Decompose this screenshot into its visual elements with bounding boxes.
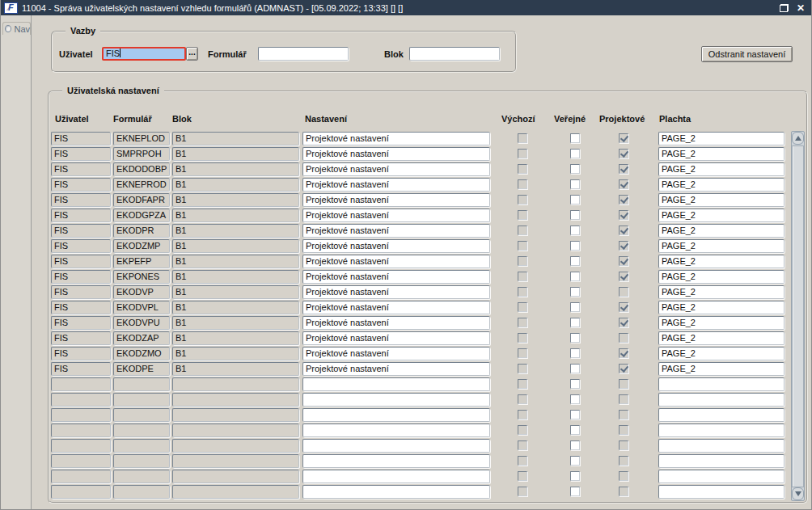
cell-formular[interactable] bbox=[113, 408, 170, 422]
cell-plachta[interactable]: PAGE_2 bbox=[658, 301, 785, 314]
cell-formular[interactable]: EKODPE bbox=[113, 362, 170, 376]
cell-formular[interactable] bbox=[113, 439, 170, 453]
cell-plachta[interactable]: PAGE_2 bbox=[658, 285, 785, 299]
scrollbar-thumb[interactable] bbox=[792, 145, 804, 487]
cell-nastaveni[interactable]: Projektové nastavení bbox=[302, 331, 490, 345]
uzivatel-input[interactable]: FIS bbox=[102, 47, 186, 61]
cell-blok[interactable]: B1 bbox=[172, 132, 299, 145]
cell-uzivatel[interactable]: FIS bbox=[51, 362, 111, 376]
checkbox-verejne[interactable] bbox=[570, 348, 580, 358]
cell-blok[interactable]: B1 bbox=[172, 331, 299, 345]
checkbox-verejne[interactable] bbox=[570, 471, 580, 481]
cell-nastaveni[interactable] bbox=[302, 470, 490, 483]
checkbox-verejne[interactable] bbox=[570, 333, 580, 343]
cell-formular[interactable] bbox=[113, 470, 170, 483]
cell-plachta[interactable]: PAGE_2 bbox=[658, 147, 785, 161]
cell-nastaveni[interactable]: Projektové nastavení bbox=[302, 224, 490, 238]
cell-uzivatel[interactable]: FIS bbox=[51, 270, 111, 284]
cell-nastaveni[interactable]: Projektové nastavení bbox=[302, 178, 490, 192]
checkbox-verejne[interactable] bbox=[570, 287, 580, 297]
cell-nastaveni[interactable]: Projektové nastavení bbox=[302, 270, 490, 284]
cell-blok[interactable]: B1 bbox=[172, 347, 299, 360]
cell-formular[interactable]: EKNEPLOD bbox=[113, 132, 170, 145]
close-icon[interactable]: ✕ bbox=[797, 3, 805, 13]
cell-formular[interactable] bbox=[113, 393, 170, 407]
cell-blok[interactable]: B1 bbox=[172, 255, 299, 268]
cell-blok[interactable] bbox=[172, 485, 299, 499]
cell-plachta[interactable]: PAGE_2 bbox=[658, 239, 785, 253]
cell-blok[interactable] bbox=[172, 393, 299, 407]
cell-plachta[interactable]: PAGE_2 bbox=[658, 193, 785, 207]
formular-input[interactable] bbox=[258, 47, 349, 61]
restore-icon[interactable] bbox=[780, 4, 789, 12]
cell-uzivatel[interactable]: FIS bbox=[51, 255, 111, 268]
cell-plachta[interactable]: PAGE_2 bbox=[658, 178, 785, 192]
cell-blok[interactable] bbox=[172, 470, 299, 483]
cell-nastaveni[interactable]: Projektové nastavení bbox=[302, 362, 490, 376]
cell-formular[interactable] bbox=[113, 424, 170, 437]
cell-nastaveni[interactable]: Projektové nastavení bbox=[302, 132, 490, 145]
cell-blok[interactable]: B1 bbox=[172, 301, 299, 314]
uzivatel-lov-button[interactable]: ... bbox=[186, 47, 198, 61]
cell-plachta[interactable]: PAGE_2 bbox=[658, 255, 785, 268]
checkbox-verejne[interactable] bbox=[570, 149, 580, 158]
cell-nastaveni[interactable]: Projektové nastavení bbox=[302, 301, 490, 314]
cell-uzivatel[interactable]: FIS bbox=[51, 239, 111, 253]
cell-uzivatel[interactable]: FIS bbox=[51, 224, 111, 238]
cell-blok[interactable] bbox=[172, 408, 299, 422]
cell-uzivatel[interactable]: FIS bbox=[51, 178, 111, 192]
cell-formular[interactable] bbox=[113, 377, 170, 391]
cell-formular[interactable]: EKODFAPR bbox=[113, 193, 170, 207]
cell-nastaveni[interactable] bbox=[302, 454, 490, 468]
cell-nastaveni[interactable]: Projektové nastavení bbox=[302, 147, 490, 161]
cell-formular[interactable]: EKODVPU bbox=[113, 316, 170, 330]
cell-nastaveni[interactable]: Projektové nastavení bbox=[302, 209, 490, 222]
cell-uzivatel[interactable]: FIS bbox=[51, 316, 111, 330]
cell-formular[interactable]: EKPEFP bbox=[113, 255, 170, 268]
cell-nastaveni[interactable] bbox=[302, 393, 490, 407]
checkbox-verejne[interactable] bbox=[570, 195, 580, 204]
cell-uzivatel[interactable]: FIS bbox=[51, 132, 111, 145]
cell-formular[interactable]: EKODZMO bbox=[113, 347, 170, 360]
cell-nastaveni[interactable]: Projektové nastavení bbox=[302, 193, 490, 207]
cell-uzivatel[interactable] bbox=[51, 485, 111, 499]
checkbox-verejne[interactable] bbox=[570, 487, 580, 496]
checkbox-verejne[interactable] bbox=[570, 272, 580, 281]
cell-plachta[interactable] bbox=[658, 439, 785, 453]
cell-blok[interactable] bbox=[172, 424, 299, 437]
cell-formular[interactable]: EKODZAP bbox=[113, 331, 170, 345]
cell-blok[interactable]: B1 bbox=[172, 162, 299, 176]
checkbox-verejne[interactable] bbox=[570, 133, 580, 143]
cell-formular[interactable]: EKODVP bbox=[113, 285, 170, 299]
cell-uzivatel[interactable]: FIS bbox=[51, 301, 111, 314]
odstranit-nastaveni-button[interactable]: Odstranit nastavení bbox=[701, 46, 793, 62]
checkbox-verejne[interactable] bbox=[570, 456, 580, 466]
cell-uzivatel[interactable] bbox=[51, 470, 111, 483]
cell-nastaveni[interactable] bbox=[302, 408, 490, 422]
cell-plachta[interactable]: PAGE_2 bbox=[658, 331, 785, 345]
cell-blok[interactable] bbox=[172, 439, 299, 453]
cell-plachta[interactable]: PAGE_2 bbox=[658, 347, 785, 360]
checkbox-verejne[interactable] bbox=[570, 425, 580, 435]
cell-uzivatel[interactable] bbox=[51, 377, 111, 391]
cell-blok[interactable]: B1 bbox=[172, 193, 299, 207]
checkbox-verejne[interactable] bbox=[570, 410, 580, 419]
cell-plachta[interactable] bbox=[658, 454, 785, 468]
cell-plachta[interactable]: PAGE_2 bbox=[658, 224, 785, 238]
cell-nastaveni[interactable] bbox=[302, 424, 490, 437]
vertical-scrollbar[interactable] bbox=[791, 131, 805, 501]
cell-uzivatel[interactable]: FIS bbox=[51, 285, 111, 299]
cell-blok[interactable]: B1 bbox=[172, 285, 299, 299]
cell-formular[interactable]: EKPONES bbox=[113, 270, 170, 284]
cell-plachta[interactable]: PAGE_2 bbox=[658, 270, 785, 284]
cell-nastaveni[interactable]: Projektové nastavení bbox=[302, 285, 490, 299]
cell-formular[interactable] bbox=[113, 485, 170, 499]
cell-nastaveni[interactable]: Projektové nastavení bbox=[302, 239, 490, 253]
checkbox-verejne[interactable] bbox=[570, 440, 580, 450]
checkbox-verejne[interactable] bbox=[570, 179, 580, 189]
cell-plachta[interactable] bbox=[658, 470, 785, 483]
scroll-up-icon[interactable] bbox=[792, 132, 804, 145]
cell-blok[interactable]: B1 bbox=[172, 178, 299, 192]
checkbox-verejne[interactable] bbox=[570, 379, 580, 389]
checkbox-verejne[interactable] bbox=[570, 256, 580, 266]
